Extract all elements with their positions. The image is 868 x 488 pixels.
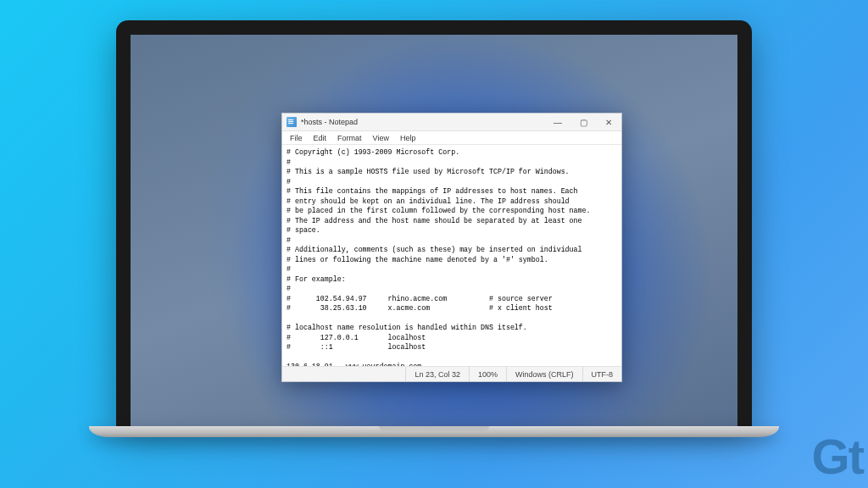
- notepad-window: *hosts - Notepad — ▢ ✕ File Edit Format …: [281, 113, 622, 382]
- laptop-notch: [379, 426, 489, 431]
- text-editor[interactable]: # Copyright (c) 1993-2009 Microsoft Corp…: [282, 145, 621, 367]
- menubar: File Edit Format View Help: [282, 131, 621, 145]
- status-encoding: UTF-8: [582, 367, 622, 381]
- titlebar[interactable]: *hosts - Notepad — ▢ ✕: [282, 114, 621, 131]
- statusbar: Ln 23, Col 32 100% Windows (CRLF) UTF-8: [282, 367, 621, 381]
- close-button[interactable]: ✕: [596, 114, 621, 130]
- menu-view[interactable]: View: [369, 133, 393, 143]
- menu-file[interactable]: File: [286, 133, 307, 143]
- status-position: Ln 23, Col 32: [405, 367, 469, 381]
- notepad-icon: [287, 117, 297, 127]
- laptop-frame: *hosts - Notepad — ▢ ✕ File Edit Format …: [116, 20, 752, 428]
- status-lineending: Windows (CRLF): [506, 367, 582, 381]
- menu-format[interactable]: Format: [333, 133, 366, 143]
- watermark-logo: Gt: [812, 428, 863, 485]
- menu-help[interactable]: Help: [396, 133, 420, 143]
- window-title: *hosts - Notepad: [301, 118, 545, 126]
- maximize-button[interactable]: ▢: [570, 114, 596, 130]
- laptop-base: [89, 426, 779, 437]
- minimize-button[interactable]: —: [545, 114, 570, 130]
- menu-edit[interactable]: Edit: [309, 133, 331, 143]
- status-zoom: 100%: [469, 367, 506, 381]
- laptop-screen: *hosts - Notepad — ▢ ✕ File Edit Format …: [131, 35, 737, 426]
